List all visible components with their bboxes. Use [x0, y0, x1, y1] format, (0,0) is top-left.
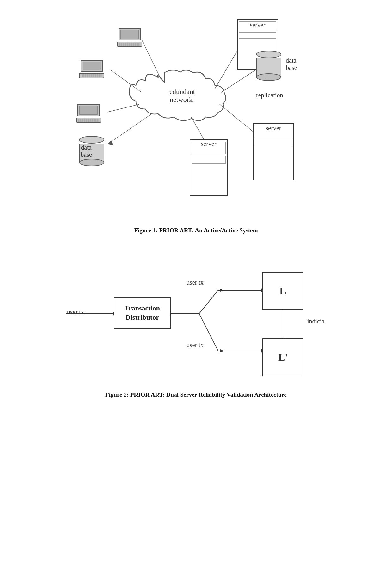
svg-line-10: [109, 114, 152, 143]
server-mid: [190, 139, 228, 196]
figure2-caption: Figure 2: PRIOR ART: Dual Server Reliabi…: [105, 391, 287, 398]
svg-marker-11: [107, 140, 113, 145]
figure1-caption: Figure 1: PRIOR ART: An Active/Active Sy…: [134, 227, 258, 234]
server-top-label: server: [237, 21, 278, 29]
svg-line-3: [110, 70, 141, 92]
transaction-distributor-box: Transaction Distributor: [114, 297, 171, 329]
usertx-input-label: user tx: [67, 309, 84, 316]
laptop-2: [79, 60, 104, 78]
svg-marker-26: [220, 288, 224, 292]
database-2-label: database: [72, 144, 101, 158]
database-1: [256, 51, 281, 81]
laptop-1: [117, 28, 142, 47]
indicia-label: indicia: [307, 318, 324, 325]
svg-line-9: [191, 117, 205, 142]
server-mid-label: server: [190, 140, 227, 148]
td-label: Transaction Distributor: [114, 304, 170, 322]
svg-line-15: [199, 290, 218, 314]
database-1-label: database: [286, 57, 297, 71]
svg-line-18: [199, 314, 218, 351]
svg-text:user tx: user tx: [187, 341, 204, 348]
svg-line-5: [215, 46, 240, 89]
server-right: [253, 123, 294, 180]
page: redundant network: [0, 0, 392, 570]
svg-text:redundant: redundant: [167, 88, 195, 95]
replication-label: replication: [256, 92, 283, 99]
svg-line-4: [107, 104, 139, 112]
svg-line-8: [220, 104, 254, 133]
server-Lprime-box: L': [262, 338, 303, 376]
laptop-3: [76, 104, 101, 123]
server-L-label: L: [279, 285, 286, 297]
cloud-shape: redundant network: [129, 70, 226, 120]
diagram1: redundant network: [60, 19, 332, 221]
svg-line-2: [142, 40, 161, 80]
figure1-container: redundant network: [19, 19, 373, 234]
svg-marker-27: [220, 349, 224, 353]
svg-line-6: [221, 68, 259, 92]
svg-text:user tx: user tx: [187, 279, 204, 286]
server-right-label: server: [254, 125, 293, 132]
server-Lprime-label: L': [278, 352, 288, 363]
server-L-box: L: [262, 272, 303, 310]
svg-text:network: network: [170, 95, 193, 103]
diagram2: user tx user tx user tx Transaction Dist…: [60, 253, 332, 386]
figure2-container: user tx user tx user tx Transaction Dist…: [19, 253, 373, 398]
